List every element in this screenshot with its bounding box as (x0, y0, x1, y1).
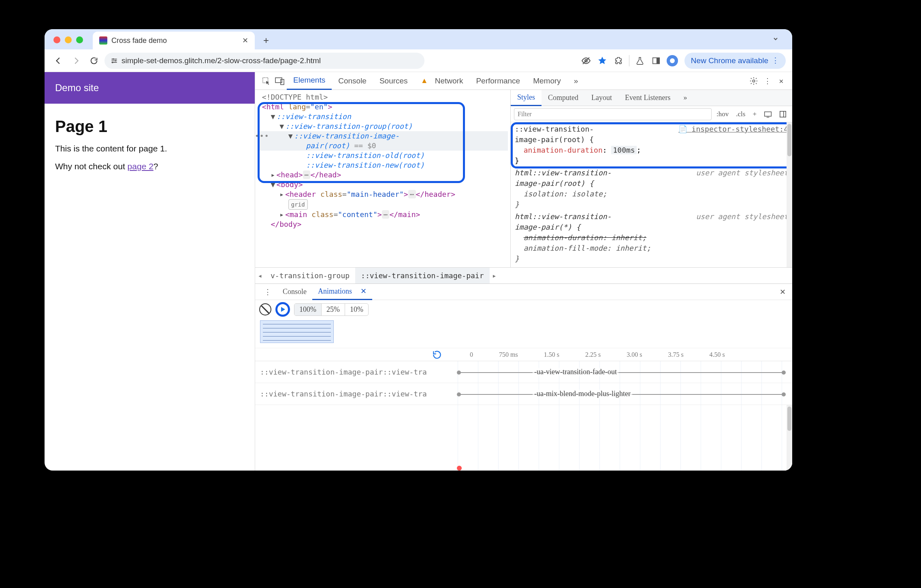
playhead-icon[interactable] (457, 466, 462, 471)
svg-point-1 (115, 60, 117, 62)
omnibox[interactable]: simple-set-demos.glitch.me/2-slow-cross-… (104, 53, 424, 69)
svg-point-9 (753, 80, 755, 82)
site-settings-icon[interactable] (110, 57, 118, 65)
tab-sources[interactable]: Sources (373, 72, 414, 90)
elements-tree[interactable]: <!DOCTYPE html> <html lang="en"> ▼::view… (255, 90, 510, 267)
kebab-menu-icon[interactable]: ⋮ (761, 74, 774, 88)
new-rule-button[interactable]: + (750, 110, 759, 118)
tab-strip: Cross fade demo ✕ + (45, 29, 792, 49)
pseudo-vt-new[interactable]: ::view-transition-new(root) (306, 161, 424, 169)
scrollbar[interactable] (787, 405, 792, 471)
pseudo-view-transition[interactable]: ::view-transition (277, 112, 351, 121)
styles-tabs-overflow[interactable]: » (677, 90, 693, 106)
browser-tab[interactable]: Cross fade demo ✕ (93, 32, 255, 49)
breadcrumb-right-arrow[interactable]: ▸ (490, 271, 499, 280)
toolbar-right: New Chrome available⋮ (579, 53, 786, 69)
extensions-icon[interactable] (611, 53, 626, 68)
breadcrumb-item[interactable]: v-transition-group (265, 268, 355, 283)
minimize-window-icon[interactable] (65, 36, 72, 43)
chrome-update-pill[interactable]: New Chrome available⋮ (684, 53, 786, 69)
animation-group-thumbnail[interactable] (260, 320, 334, 343)
tab-event-listeners[interactable]: Event Listeners (618, 90, 677, 106)
warning-icon: ▲ (421, 77, 428, 85)
drawer-tab-console[interactable]: Console (277, 284, 312, 300)
grid-badge[interactable]: grid (288, 199, 308, 210)
maximize-window-icon[interactable] (76, 36, 83, 43)
svg-marker-12 (281, 307, 285, 312)
tab-elements[interactable]: Elements (287, 72, 332, 90)
scrollbar[interactable] (787, 122, 792, 267)
close-drawer-icon[interactable]: ✕ (776, 288, 789, 296)
styles-filter-input[interactable] (514, 108, 712, 120)
pseudo-vt-old[interactable]: ::view-transition-old(root) (306, 151, 424, 160)
bookmark-star-icon[interactable] (595, 53, 610, 68)
speed-25[interactable]: 25% (322, 304, 345, 315)
page-paragraph: This is the content for page 1. (55, 144, 244, 153)
clear-animations-button[interactable] (259, 303, 271, 315)
site-header: Demo site (45, 72, 255, 104)
svg-rect-11 (780, 111, 786, 117)
speed-100[interactable]: 100% (294, 304, 322, 315)
favicon-icon (99, 36, 107, 45)
close-window-icon[interactable] (53, 36, 60, 43)
kebab-icon[interactable]: ⋮ (258, 284, 277, 300)
drawer-tab-animations[interactable]: Animations ✕ (312, 284, 372, 300)
device-toggle-icon[interactable] (273, 74, 287, 88)
svg-point-0 (113, 58, 114, 60)
editable-value[interactable]: 100ms (611, 146, 636, 154)
styles-rules[interactable]: 📄 inspector-stylesheet:4::view-transitio… (511, 122, 792, 267)
animation-track[interactable]: ::view-transition-image-pair::view-tra -… (255, 383, 792, 405)
page-pane: Demo site Page 1 This is the content for… (45, 72, 255, 471)
devtools-main-tabs: Elements Console Sources ▲ Network Perfo… (255, 72, 792, 90)
site-title: Demo site (55, 82, 99, 94)
rewind-icon[interactable] (432, 349, 442, 360)
animation-track[interactable]: ::view-transition-image-pair::view-tra -… (255, 361, 792, 383)
page-body: Page 1 This is the content for page 1. W… (45, 104, 255, 187)
eye-off-icon[interactable] (579, 53, 593, 68)
svg-rect-5 (657, 58, 659, 64)
play-pause-button[interactable] (275, 302, 290, 317)
tabs-overflow[interactable]: » (567, 72, 585, 90)
window-dropdown-button[interactable] (767, 32, 784, 45)
tab-computed[interactable]: Computed (542, 90, 585, 106)
dom-doctype: <!DOCTYPE html> (262, 93, 328, 101)
page-heading: Page 1 (55, 117, 244, 136)
close-tab-icon[interactable]: ✕ (242, 36, 248, 45)
profile-avatar[interactable] (665, 53, 680, 68)
update-label: New Chrome available (691, 56, 768, 65)
rule-source[interactable]: 📄 inspector-stylesheet:4 (678, 124, 788, 134)
device-icon[interactable] (761, 111, 774, 118)
cls-toggle[interactable]: .cls (733, 110, 748, 118)
svg-point-2 (112, 62, 113, 63)
hov-toggle[interactable]: :hov (714, 110, 731, 118)
device-panel-icon[interactable] (649, 53, 663, 68)
animation-timeline[interactable]: ::view-transition-image-pair::view-tra -… (255, 361, 792, 471)
speed-10[interactable]: 10% (345, 304, 368, 315)
pseudo-vt-group[interactable]: ::view-transition-group(root) (285, 122, 412, 130)
inspect-icon[interactable] (259, 74, 273, 88)
tab-console[interactable]: Console (332, 72, 373, 90)
url-text: simple-set-demos.glitch.me/2-slow-cross-… (122, 56, 321, 65)
tab-memory[interactable]: Memory (527, 72, 567, 90)
reload-button[interactable] (87, 53, 101, 68)
breadcrumb-item[interactable]: ::view-transition-image-pair (355, 268, 489, 283)
back-button[interactable] (51, 53, 66, 68)
drawer-tabs: ⋮ Console Animations ✕ ✕ (255, 284, 792, 300)
flask-icon[interactable] (633, 53, 647, 68)
tab-network[interactable]: ▲ Network (414, 72, 470, 90)
close-devtools-icon[interactable]: ✕ (774, 74, 788, 88)
animations-controls: 100% 25% 10% (255, 300, 792, 319)
panel-icon[interactable] (777, 111, 789, 118)
forward-button[interactable] (69, 53, 83, 68)
elements-styles-row: <!DOCTYPE html> <html lang="en"> ▼::view… (255, 90, 792, 267)
elements-breadcrumb: ◂ v-transition-group ::view-transition-i… (255, 267, 792, 283)
tab-performance[interactable]: Performance (469, 72, 527, 90)
close-tab-icon[interactable]: ✕ (360, 287, 367, 296)
settings-gear-icon[interactable] (747, 74, 761, 88)
tab-layout[interactable]: Layout (585, 90, 618, 106)
tab-styles[interactable]: Styles (511, 90, 542, 106)
breadcrumb-left-arrow[interactable]: ◂ (255, 271, 265, 280)
new-tab-button[interactable]: + (260, 35, 273, 46)
styles-controls: :hov .cls + (511, 106, 792, 122)
page-link[interactable]: page 2 (128, 162, 154, 171)
